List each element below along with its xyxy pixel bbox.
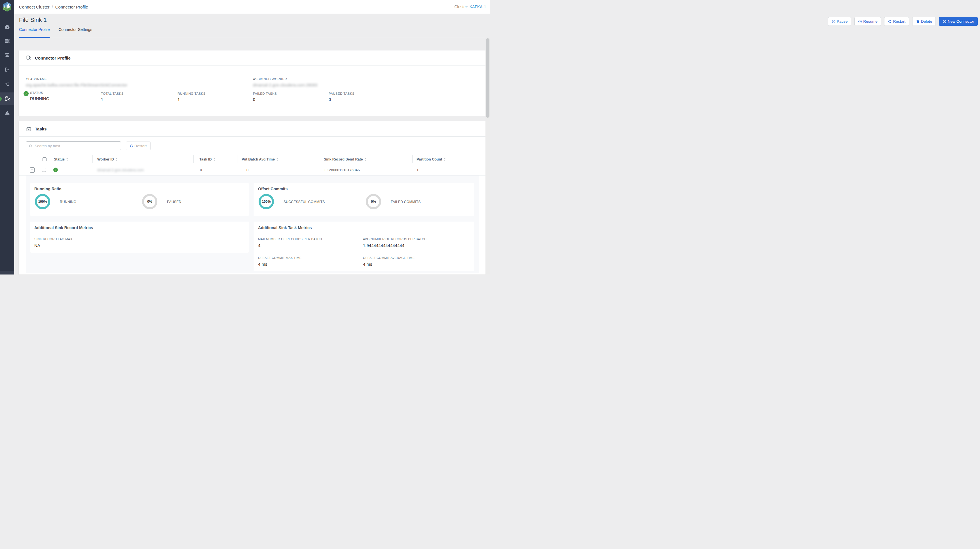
sidebar-item-connect[interactable]	[0, 92, 14, 105]
successful-commits-value: 100%	[262, 200, 271, 204]
sidebar-item-topics[interactable]	[0, 49, 14, 61]
tab-connector-settings[interactable]: Connector Settings	[59, 27, 92, 36]
offset-commits-title: Offset Commits	[258, 186, 288, 191]
sidebar-footer-strip	[0, 271, 14, 275]
row-status-cell: ✓	[53, 164, 58, 175]
connector-profile-card-title: Connector Profile	[35, 56, 71, 60]
offset-commit-average-time-label: OFFSET COMMIT AVERAGE TIME	[363, 256, 415, 259]
total-tasks-value: 1	[101, 97, 124, 102]
select-all-checkbox[interactable]	[43, 158, 46, 161]
row-task-id: 0	[200, 164, 202, 175]
paused-tasks-stat: PAUSED TASKS 0	[329, 92, 355, 102]
offset-commits-card: Offset Commits 100% SUCCESSFUL COMMITS 0…	[254, 183, 474, 216]
row-partition-count: 1	[417, 164, 418, 175]
page-title: File Sink 1	[19, 16, 47, 23]
paused-tasks-value: 0	[329, 97, 355, 102]
assigned-worker-field: ASSIGNED WORKER dmarsal-2.gce.cloudera.c…	[253, 77, 317, 88]
sidebar-item-consumers[interactable]	[0, 77, 14, 90]
sidebar-item-alerts[interactable]	[0, 107, 14, 119]
status-stat-label: STATUS	[30, 91, 49, 94]
row-put-batch-avg-time: 0	[247, 164, 248, 175]
sidebar-item-brokers[interactable]	[0, 35, 14, 47]
avg-records-per-batch-value: 1.9444444444444444	[363, 243, 404, 248]
breadcrumb-connector-profile: Connector Profile	[55, 5, 88, 10]
search-icon	[29, 144, 33, 148]
topbar: Connect Cluster / Connector Profile Clus…	[14, 0, 490, 14]
col-worker-id[interactable]: Worker ID	[97, 154, 118, 164]
sign-out-icon	[4, 67, 10, 73]
sort-caret-icon	[364, 158, 367, 161]
app-logo[interactable]	[0, 0, 14, 14]
sink-record-metrics-title: Additional Sink Record Metrics	[34, 226, 93, 230]
connector-icon	[4, 96, 10, 102]
collapse-row-button[interactable]	[30, 167, 35, 173]
running-donut-value: 100%	[38, 200, 47, 204]
cluster-label: Cluster:	[454, 5, 468, 9]
sidebar-item-producers[interactable]	[0, 63, 14, 76]
row-checkbox-cell	[42, 164, 46, 175]
tab-connector-profile[interactable]: Connector Profile	[19, 27, 49, 36]
paused-donut: 0%	[142, 194, 158, 209]
col-worker-id-label: Worker ID	[97, 158, 114, 161]
status-stat-value: RUNNING	[30, 96, 49, 101]
sort-caret-icon	[276, 158, 278, 161]
alert-triangle-icon	[4, 110, 10, 116]
successful-commits-label: SUCCESSFUL COMMITS	[283, 200, 325, 204]
sink-task-metrics-title: Additional Sink Task Metrics	[258, 226, 312, 230]
cluster-indicator: Cluster: KAFKA-1	[454, 0, 486, 14]
active-tab-underline	[19, 37, 49, 38]
row-expander-cell	[30, 164, 35, 175]
status-stat: ✓ STATUS RUNNING	[24, 91, 49, 101]
restart-tasks-button[interactable]: Restart	[126, 142, 151, 150]
breadcrumb-separator: /	[52, 5, 53, 10]
select-all-checkbox-cell	[43, 154, 46, 164]
sidebar-item-overview[interactable]	[0, 21, 14, 33]
search-input[interactable]	[35, 144, 118, 148]
col-partition-count-label: Partition Count	[417, 158, 442, 161]
col-put-batch-label: Put Batch Avg Time	[242, 158, 275, 161]
paused-donut-value: 0%	[147, 200, 152, 204]
search-box	[26, 142, 121, 150]
row-worker-id: dmarsal-2.gce.cloudera.com	[97, 164, 144, 175]
sink-record-lag-max-value: NA	[34, 243, 40, 248]
scrollbar-thumb[interactable]	[486, 38, 490, 118]
col-status[interactable]: Status	[54, 154, 68, 164]
classname-label: CLASSNAME	[26, 77, 127, 81]
sign-in-icon	[4, 81, 10, 87]
column-divider	[92, 155, 93, 163]
successful-commits-donut: 100%	[259, 194, 274, 209]
classname-field: CLASSNAME org.apache.kafka.connect.file.…	[26, 77, 127, 88]
col-partition-count[interactable]: Partition Count	[417, 154, 446, 164]
connector-profile-icon	[26, 55, 32, 61]
check-circle-icon: ✓	[24, 91, 29, 96]
sink-record-metrics-card: Additional Sink Record Metrics SINK RECO…	[30, 222, 249, 253]
col-sink-record-send-rate[interactable]: Sink Record Send Rate	[324, 154, 367, 164]
running-tasks-label: RUNNING TASKS	[178, 92, 205, 95]
col-task-id[interactable]: Task ID	[199, 154, 215, 164]
col-put-batch-avg-time[interactable]: Put Batch Avg Time	[242, 154, 278, 164]
dashboard-icon	[4, 24, 10, 30]
connector-profile-card: Connector Profile CLASSNAME org.apache.k…	[19, 51, 485, 116]
breadcrumb-connect-cluster[interactable]: Connect Cluster	[19, 5, 49, 10]
check-circle-icon: ✓	[53, 168, 58, 172]
failed-commits-label: FAILED COMMITS	[391, 200, 421, 204]
assigned-worker-label: ASSIGNED WORKER	[253, 77, 317, 81]
cluster-name-link[interactable]: KAFKA-1	[469, 5, 486, 9]
sort-caret-icon	[213, 158, 215, 161]
task-detail-panel: Running Ratio 100% RUNNING 0% PAUSED Off…	[26, 175, 479, 274]
running-tasks-stat: RUNNING TASKS 1	[178, 92, 205, 102]
row-sink-record-send-rate: 1.1280861213176046	[324, 164, 360, 175]
tasks-icon	[26, 126, 32, 132]
sort-caret-icon	[66, 158, 68, 161]
tasks-card: Tasks Restart Status Worker ID Task	[19, 121, 485, 275]
failed-commits-value: 0%	[371, 200, 376, 204]
connector-profile-card-header: Connector Profile	[19, 51, 485, 66]
restart-icon	[130, 144, 133, 148]
sink-task-metrics-card: Additional Sink Task Metrics MAX NUMBER …	[254, 222, 474, 271]
row-checkbox[interactable]	[42, 168, 46, 172]
offset-commit-average-time-value: 4 ms	[363, 262, 372, 267]
max-records-per-batch-value: 4	[258, 243, 260, 248]
sort-caret-icon	[444, 158, 446, 161]
running-donut: 100%	[35, 194, 50, 209]
tabs: Connector Profile Connector Settings	[19, 27, 92, 36]
